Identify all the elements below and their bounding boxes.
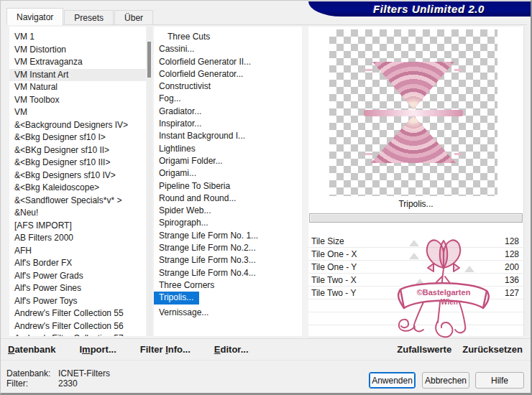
filter-item[interactable]: Spider Web... <box>154 205 302 217</box>
category-item[interactable]: Alf's Power Grads <box>9 270 146 283</box>
title-banner: Filters Unlimited 2.0 <box>308 1 531 17</box>
filter-item[interactable]: Pipeline To Siberia <box>154 180 302 192</box>
category-item[interactable]: &<Sandflower Specials*v* > <box>9 195 146 208</box>
preview-image <box>329 29 497 196</box>
filter-item[interactable]: Origami... <box>154 167 302 180</box>
panel-scrollbar[interactable] <box>523 27 529 336</box>
filter-item[interactable]: Colorfield Generator... <box>154 68 302 80</box>
menu-item[interactable]: Editor... <box>214 344 249 355</box>
category-item[interactable]: AFH <box>9 245 146 258</box>
status-db-label: Datenbank: <box>6 368 58 378</box>
menu-item[interactable]: Import... <box>79 344 116 355</box>
filters-unlimited-dialog: Filters Unlimited 2.0 Navigator Presets … <box>0 0 532 395</box>
bottom-bar: Datenbank:ICNET-Filters Filter:2330 Anwe… <box>1 360 532 394</box>
category-item[interactable]: &<Bkg Designers sf10 IV> <box>9 169 146 182</box>
status-filter-value: 2330 <box>58 378 78 389</box>
filter-item[interactable]: Lightlines <box>154 143 302 155</box>
slider-thumb[interactable] <box>403 292 413 298</box>
anwenden-button[interactable]: Anwenden <box>369 372 416 389</box>
filter-item[interactable]: Instant Background I... <box>154 130 302 142</box>
preview-nub <box>454 153 462 155</box>
tab-bar: Navigator Presets Über <box>6 8 154 25</box>
slider-thumb[interactable] <box>409 253 419 259</box>
category-item[interactable]: Alf's Border FX <box>9 257 146 270</box>
menu-bar: DatenbankImport...Filter Info...Editor..… <box>1 338 532 360</box>
status-area: Datenbank:ICNET-Filters Filter:2330 <box>6 368 110 389</box>
category-item[interactable]: Alf's Power Sines <box>9 282 146 295</box>
preview-shape-bottom <box>371 116 456 163</box>
category-item[interactable]: VM Extravaganza <box>9 56 146 69</box>
filter-list: Three CutsCassini...Colorfield Generator… <box>154 27 302 336</box>
preview-nub <box>365 69 372 71</box>
category-item[interactable]: [AFS IMPORT] <box>9 220 146 233</box>
filter-list-scrollbar[interactable] <box>303 27 308 336</box>
filter-item[interactable]: Round and Round... <box>154 192 302 205</box>
slider-value: 200 <box>505 262 519 272</box>
filter-item[interactable]: Vernissage... <box>154 307 302 319</box>
preview-shape-bar <box>364 110 463 116</box>
category-item[interactable]: Andrew's Filter Collection 55 <box>9 307 146 320</box>
filter-item[interactable]: Three Cuts <box>154 31 302 43</box>
abbrechen-button[interactable]: Abbrechen <box>422 372 469 389</box>
category-item[interactable]: &<BKg Designer sf10 II> <box>9 144 146 157</box>
slider-thumb[interactable] <box>415 279 425 285</box>
status-filter-label: Filter: <box>6 378 58 389</box>
filter-item[interactable]: Strange Life Form No.4... <box>154 267 302 279</box>
filter-item[interactable]: Tripolis... <box>154 292 199 304</box>
tab-presets[interactable]: Presets <box>64 10 114 25</box>
slider-thumb[interactable] <box>409 240 419 246</box>
category-item[interactable]: VM Instant Art <box>9 69 146 82</box>
slider-value: 128 <box>505 249 519 259</box>
preview-shape-top <box>372 62 454 109</box>
category-list: VM 1VM DistortionVM ExtravaganzaVM Insta… <box>9 27 146 336</box>
tab-navigator[interactable]: Navigator <box>6 8 63 25</box>
category-item[interactable]: VM Natural <box>9 81 146 94</box>
selected-filter-label: Tripolis... <box>308 197 523 212</box>
category-item[interactable]: VM Toolbox <box>9 94 146 107</box>
category-list-scrollbar[interactable] <box>147 27 152 336</box>
category-item[interactable]: &<Background Designers IV> <box>9 119 146 132</box>
scrollbar-thumb[interactable] <box>147 42 151 78</box>
slider-label: Tile One - Y <box>311 262 357 272</box>
category-item[interactable]: VM <box>9 106 146 119</box>
filter-item[interactable]: Fog... <box>154 93 302 105</box>
category-item[interactable]: Andrew's Filter Collection 57 <box>9 333 146 336</box>
menu-item[interactable]: Filter Info... <box>140 344 191 355</box>
filter-item[interactable]: Origami Folder... <box>154 155 302 167</box>
slider-value: 127 <box>505 288 519 298</box>
category-item[interactable]: VM 1 <box>9 31 146 44</box>
slider-row: Tile One - Y200 <box>308 261 523 274</box>
empty-row <box>308 299 523 312</box>
menu-item[interactable]: Datenbank <box>8 344 55 355</box>
filter-item[interactable]: Inspirator... <box>154 118 302 130</box>
category-item[interactable]: VM Distortion <box>9 44 146 57</box>
preview-nub <box>365 153 372 155</box>
category-item[interactable]: Alf's Power Toys <box>9 295 146 308</box>
category-item[interactable]: &<Bkg Kaleidoscope> <box>9 182 146 195</box>
menu-item[interactable]: Zurücksetzen <box>462 344 523 355</box>
category-item[interactable]: &<Bkg Designer sf10 III> <box>9 157 146 169</box>
category-item[interactable]: &<Bkg Designer sf10 I> <box>9 131 146 144</box>
slider-label: Tile Two - X <box>311 275 357 285</box>
category-item[interactable]: Andrew's Filter Collection 56 <box>9 320 146 333</box>
preview-nub <box>454 69 462 71</box>
category-item[interactable]: AB Filters 2000 <box>9 232 146 245</box>
filter-item[interactable]: Constructivist <box>154 80 302 93</box>
slider-label: Tile Two - Y <box>311 288 356 298</box>
filter-item[interactable]: Strange Life Form No. 1... <box>154 230 302 242</box>
filter-item[interactable]: Strange Life Form No.2... <box>154 242 302 254</box>
filter-item[interactable]: Colorfield Generator II... <box>154 56 302 68</box>
hilfe-button[interactable]: Hilfe <box>475 372 524 389</box>
filter-item[interactable]: Strange Life Form No.3... <box>154 254 302 266</box>
category-item[interactable]: &Neu! <box>9 207 146 220</box>
tab-ueber[interactable]: Über <box>114 10 153 25</box>
filter-item[interactable]: Three Corners <box>154 279 302 292</box>
slider-thumb[interactable] <box>464 266 474 272</box>
filter-item[interactable]: Gradiator... <box>154 106 302 118</box>
preview-area <box>308 27 523 197</box>
slider-label: Tile Size <box>311 236 344 246</box>
filter-item[interactable]: Cassini... <box>154 43 302 55</box>
empty-row <box>308 312 523 325</box>
menu-item[interactable]: Zufallswerte <box>397 344 451 355</box>
filter-item[interactable]: Spirograph... <box>154 217 302 229</box>
